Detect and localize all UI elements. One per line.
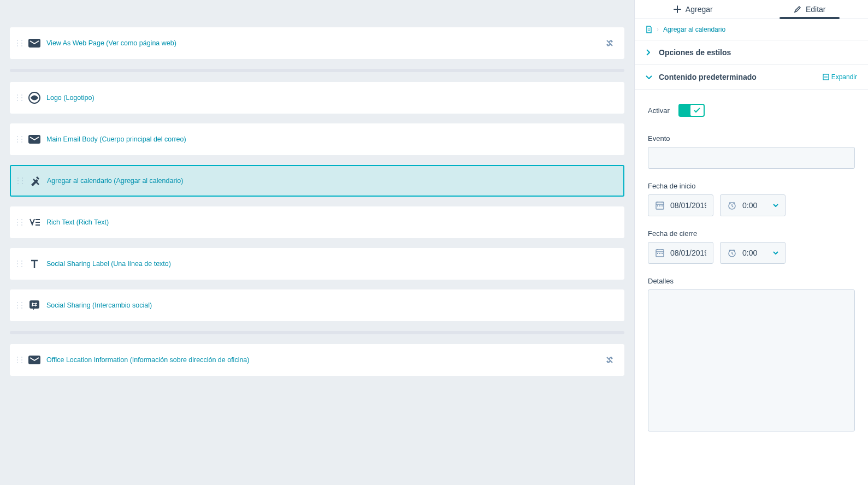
module-row[interactable]: Office Location Information (Información… <box>10 344 624 376</box>
check-icon <box>694 108 700 113</box>
section-default-content-title: Contenido predeterminado <box>659 73 816 81</box>
module-row[interactable]: Social Sharing Label (Una línea de texto… <box>10 248 624 280</box>
svg-rect-8 <box>659 205 660 206</box>
start-date-picker[interactable]: 08/01/2019 <box>648 194 713 216</box>
chevron-down-icon <box>773 204 778 207</box>
section-divider <box>10 69 624 72</box>
drag-handle-icon[interactable] <box>17 94 22 101</box>
end-time-value: 0:00 <box>742 249 757 257</box>
svg-rect-7 <box>657 205 658 206</box>
module-row[interactable]: Main Email Body (Cuerpo principal del co… <box>10 123 624 155</box>
tab-add[interactable]: Agregar <box>635 0 752 19</box>
start-time-picker[interactable]: 0:00 <box>720 194 786 216</box>
chevron-down-icon <box>773 251 778 255</box>
mail-icon <box>28 37 41 50</box>
drag-handle-icon[interactable] <box>17 219 22 226</box>
chevron-down-icon <box>646 75 652 79</box>
svg-rect-14 <box>662 253 663 254</box>
details-label: Detalles <box>648 277 855 285</box>
tab-edit-label: Editar <box>806 5 826 14</box>
chevron-right-icon: › <box>657 26 659 33</box>
expand-button[interactable]: Expandir <box>823 73 857 81</box>
calendar-icon <box>655 248 665 258</box>
end-date-picker[interactable]: 08/01/2019 <box>648 242 713 264</box>
sidebar-tabs: Agregar Editar <box>635 0 868 19</box>
clock-icon <box>727 200 737 210</box>
drag-handle-icon[interactable] <box>17 261 22 267</box>
module-label: Logo (Logotipo) <box>46 94 95 102</box>
end-date-value: 08/01/2019 <box>670 249 706 257</box>
locked-icon <box>605 356 614 364</box>
details-textarea[interactable] <box>648 289 855 431</box>
module-row[interactable]: Logo (Logotipo) <box>10 82 624 114</box>
default-content-panel: Activar Evento Fecha de inicio 08/01/201… <box>635 90 868 460</box>
end-time-picker[interactable]: 0:00 <box>720 242 786 264</box>
hash-icon <box>28 299 41 312</box>
end-date-label: Fecha de cierre <box>648 229 855 238</box>
document-icon[interactable] <box>646 26 652 33</box>
clock-icon <box>727 248 737 258</box>
drag-handle-icon[interactable] <box>17 40 22 46</box>
mail-icon <box>28 353 41 366</box>
module-label: Office Location Information (Información… <box>46 356 249 364</box>
svg-rect-3 <box>29 300 39 309</box>
module-label: Social Sharing (Intercambio social) <box>46 301 152 309</box>
event-input[interactable] <box>648 147 855 169</box>
breadcrumb-current[interactable]: Agregar al calendario <box>663 26 725 33</box>
tools-icon <box>28 174 42 187</box>
section-divider <box>10 331 624 334</box>
drag-handle-icon[interactable] <box>17 302 22 309</box>
activate-toggle[interactable] <box>678 104 705 117</box>
start-date-value: 08/01/2019 <box>670 201 706 210</box>
module-label: View As Web Page (Ver como página web) <box>46 39 176 47</box>
start-date-label: Fecha de inicio <box>648 182 855 190</box>
module-row[interactable]: Social Sharing (Intercambio social) <box>10 289 624 321</box>
module-label: Agregar al calendario (Agregar al calend… <box>47 177 183 185</box>
start-time-value: 0:00 <box>742 201 757 210</box>
section-default-content[interactable]: Contenido predeterminado Expandir <box>635 65 868 90</box>
svg-rect-12 <box>657 253 658 254</box>
module-list-area: View As Web Page (Ver como página web)Lo… <box>0 0 634 485</box>
drag-handle-icon[interactable] <box>17 178 23 184</box>
expand-icon <box>823 74 829 80</box>
module-label: Social Sharing Label (Una línea de texto… <box>46 260 171 268</box>
richtext-icon <box>28 216 41 229</box>
logo-icon <box>28 91 41 104</box>
text-icon <box>28 257 41 270</box>
sidebar: Agregar Editar › Agregar al calendario O… <box>634 0 868 485</box>
tab-edit[interactable]: Editar <box>752 0 869 19</box>
drag-handle-icon[interactable] <box>17 357 22 363</box>
module-label: Rich Text (Rich Text) <box>46 218 109 226</box>
module-row[interactable]: Rich Text (Rich Text) <box>10 206 624 238</box>
module-label: Main Email Body (Cuerpo principal del co… <box>46 135 186 143</box>
expand-label: Expandir <box>831 73 857 81</box>
section-styles-title: Opciones de estilos <box>659 48 857 57</box>
plus-icon <box>674 5 681 13</box>
svg-rect-13 <box>659 253 660 254</box>
event-label: Evento <box>648 134 855 143</box>
svg-rect-9 <box>662 205 663 206</box>
chevron-right-icon <box>646 49 652 56</box>
mail-icon <box>28 133 41 146</box>
tab-add-label: Agregar <box>686 5 713 14</box>
breadcrumb: › Agregar al calendario <box>635 19 868 40</box>
section-styles[interactable]: Opciones de estilos <box>635 40 868 65</box>
activate-label: Activar <box>648 107 670 115</box>
calendar-icon <box>655 200 665 210</box>
drag-handle-icon[interactable] <box>17 136 22 143</box>
module-row[interactable]: Agregar al calendario (Agregar al calend… <box>10 165 624 197</box>
module-row[interactable]: View As Web Page (Ver como página web) <box>10 27 624 59</box>
locked-icon <box>605 39 614 48</box>
pencil-icon <box>794 5 801 13</box>
